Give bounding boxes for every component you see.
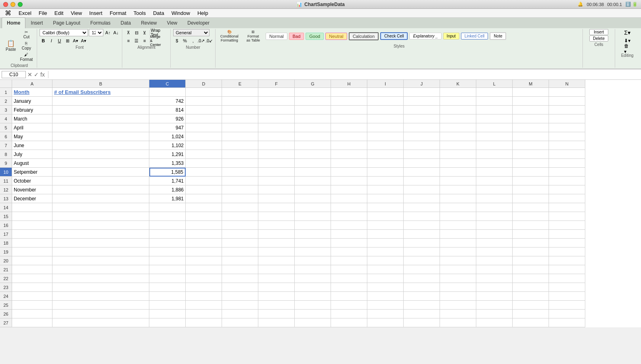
comma-button[interactable]: ,	[189, 37, 197, 44]
cell-L26[interactable]	[476, 310, 513, 318]
cell-B26[interactable]	[52, 310, 149, 318]
cell-D3[interactable]	[186, 106, 222, 114]
cell-M22[interactable]	[513, 274, 549, 283]
row-header-1[interactable]: 1	[0, 88, 12, 97]
cell-G25[interactable]	[295, 301, 331, 310]
cell-F22[interactable]	[258, 274, 295, 283]
cell-L8[interactable]	[476, 150, 513, 159]
cell-E20[interactable]	[222, 256, 258, 265]
cell-F15[interactable]	[258, 212, 295, 221]
cell-C7[interactable]: 1,102	[149, 141, 186, 150]
cell-M12[interactable]	[513, 185, 549, 194]
cell-J3[interactable]	[404, 106, 440, 114]
cell-H7[interactable]	[331, 141, 367, 150]
menu-tools[interactable]: Tools	[130, 9, 149, 17]
col-header-a[interactable]: A	[12, 80, 52, 88]
cell-A5[interactable]: April	[12, 123, 52, 132]
style-note[interactable]: Note	[490, 32, 506, 40]
tab-page-layout[interactable]: Page Layout	[48, 18, 85, 28]
cell-E3[interactable]	[222, 106, 258, 114]
cell-B13[interactable]	[52, 194, 149, 203]
cell-F7[interactable]	[258, 141, 295, 150]
cell-J6[interactable]	[404, 132, 440, 141]
col-header-g[interactable]: G	[295, 80, 331, 88]
cell-B7[interactable]	[52, 141, 149, 150]
cell-K8[interactable]	[440, 150, 476, 159]
conditional-formatting-button[interactable]: 🎨 Conditional Formatting	[218, 29, 241, 43]
tab-formulas[interactable]: Formulas	[86, 18, 115, 28]
cell-L13[interactable]	[476, 194, 513, 203]
cell-F24[interactable]	[258, 292, 295, 301]
cell-F10[interactable]	[258, 168, 295, 177]
cell-H23[interactable]	[331, 283, 367, 292]
cell-M14[interactable]	[513, 203, 549, 212]
cell-M1[interactable]	[513, 88, 549, 97]
cell-E14[interactable]	[222, 203, 258, 212]
cell-M5[interactable]	[513, 123, 549, 132]
fill-color-button[interactable]: A▾	[72, 37, 79, 44]
cell-K11[interactable]	[440, 177, 476, 185]
cell-M25[interactable]	[513, 301, 549, 310]
minimize-button[interactable]	[10, 2, 15, 7]
cell-D19[interactable]	[186, 248, 222, 256]
row-header-16[interactable]: 16	[0, 221, 12, 230]
align-center-button[interactable]: ☰	[133, 37, 140, 44]
cell-K26[interactable]	[440, 310, 476, 318]
cell-A17[interactable]	[12, 230, 52, 239]
col-header-i[interactable]: I	[367, 80, 404, 88]
cell-C17[interactable]	[149, 230, 186, 239]
cell-K19[interactable]	[440, 248, 476, 256]
cancel-formula-icon[interactable]: ✕	[27, 71, 32, 78]
cell-D13[interactable]	[186, 194, 222, 203]
col-header-k[interactable]: K	[440, 80, 476, 88]
cell-G7[interactable]	[295, 141, 331, 150]
menu-file[interactable]: File	[36, 9, 50, 17]
cell-F17[interactable]	[258, 230, 295, 239]
cell-I24[interactable]	[367, 292, 404, 301]
cell-E25[interactable]	[222, 301, 258, 310]
menu-excel[interactable]: Excel	[15, 9, 35, 17]
cell-A1[interactable]: Month	[12, 88, 52, 97]
cell-D14[interactable]	[186, 203, 222, 212]
cell-H2[interactable]	[331, 97, 367, 106]
cell-J13[interactable]	[404, 194, 440, 203]
row-header-7[interactable]: 7	[0, 141, 12, 150]
cell-B27[interactable]	[52, 318, 149, 327]
menu-help[interactable]: Help	[194, 9, 212, 17]
cell-B24[interactable]	[52, 292, 149, 301]
col-header-e[interactable]: E	[222, 80, 258, 88]
cell-D7[interactable]	[186, 141, 222, 150]
cell-F26[interactable]	[258, 310, 295, 318]
cell-A14[interactable]	[12, 203, 52, 212]
cell-I14[interactable]	[367, 203, 404, 212]
cell-K12[interactable]	[440, 185, 476, 194]
insert-button[interactable]: Insert	[589, 29, 608, 35]
row-header-2[interactable]: 2	[0, 97, 12, 106]
cell-B21[interactable]	[52, 265, 149, 274]
row-header-21[interactable]: 21	[0, 265, 12, 274]
cell-I12[interactable]	[367, 185, 404, 194]
cell-G22[interactable]	[295, 274, 331, 283]
row-header-14[interactable]: 14	[0, 203, 12, 212]
cell-A21[interactable]	[12, 265, 52, 274]
style-bad[interactable]: Bad	[289, 33, 304, 40]
cell-K16[interactable]	[440, 221, 476, 230]
cell-N5[interactable]	[549, 123, 585, 132]
cell-E23[interactable]	[222, 283, 258, 292]
sum-button[interactable]: Σ▾	[624, 29, 631, 36]
cell-C3[interactable]: 814	[149, 106, 186, 114]
percent-button[interactable]: %	[181, 37, 189, 44]
cell-E22[interactable]	[222, 274, 258, 283]
menu-insert[interactable]: Insert	[86, 9, 106, 17]
cell-K2[interactable]	[440, 97, 476, 106]
cell-B22[interactable]	[52, 274, 149, 283]
cell-E6[interactable]	[222, 132, 258, 141]
cell-K25[interactable]	[440, 301, 476, 310]
font-name-select[interactable]: Calibri (Body)	[40, 29, 88, 36]
cell-N14[interactable]	[549, 203, 585, 212]
cell-N23[interactable]	[549, 283, 585, 292]
cell-D20[interactable]	[186, 256, 222, 265]
cell-A3[interactable]: February	[12, 106, 52, 114]
cell-I17[interactable]	[367, 230, 404, 239]
cell-H3[interactable]	[331, 106, 367, 114]
